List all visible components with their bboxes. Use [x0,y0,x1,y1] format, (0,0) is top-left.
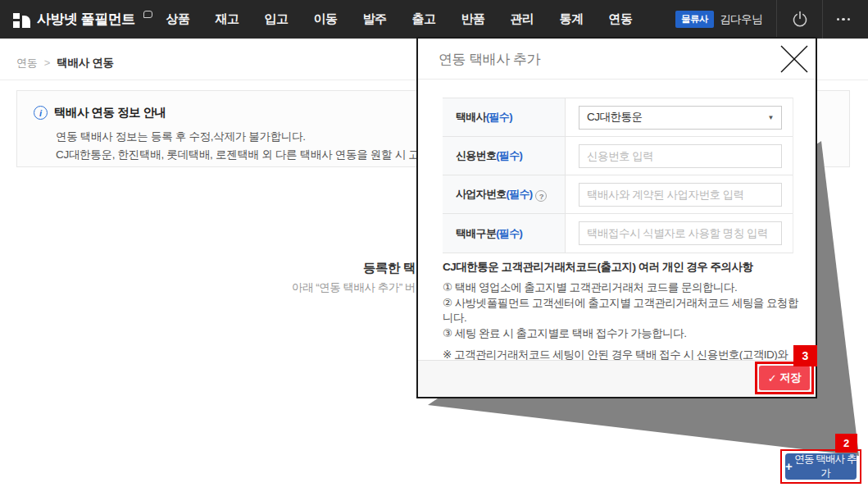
help-icon[interactable]: ? [535,190,547,202]
menu-item-returns[interactable]: 반품 [461,11,485,27]
modal-title: 연동 택배사 추가 [439,50,540,69]
courier-select[interactable]: CJ대한통운 ▼ [579,106,782,130]
required-mark: (필수) [486,111,512,123]
breadcrumb-root[interactable]: 연동 [16,57,37,69]
logo-icon [13,11,30,28]
check-icon: ✓ [768,372,776,385]
add-courier-modal: 연동 택배사 추가 택배사(필수) CJ대한통운 ▼ [416,37,817,398]
modal-notice: CJ대한통운 고객관리거래처코드(출고지) 여러 개인 경우 주의사항 ① 택배… [443,260,803,376]
logout-button[interactable] [777,0,822,39]
notice-step-1: ① 택배 영업소에 출고지별 고객관리거래처 코드를 문의합니다. [443,280,803,296]
role-badge: 물류사 [675,11,714,28]
plus-icon: + [785,459,792,473]
empty-state-title: 등록한 택 [363,260,416,277]
save-button[interactable]: ✓ 저장 [759,366,810,390]
nav-right: 물류사 김다우님 [675,0,868,39]
empty-state-hint: 아래 “연동 택배사 추가” 버 [292,280,416,295]
more-icon [837,18,851,21]
main-menu: 상품 재고 입고 이동 발주 출고 반품 관리 통계 연동 [166,0,633,39]
close-icon[interactable] [778,43,811,75]
user-name: 김다우님 [720,12,762,27]
business-number-label-cell: 사업자번호(필수)? [443,175,566,213]
field-label: 사업자번호 [456,188,507,200]
step-badge-2: 2 [835,434,857,453]
form-row-courier: 택배사(필수) CJ대한통운 ▼ [443,98,793,137]
business-number-input[interactable] [579,183,782,207]
modal-header: 연동 택배사 추가 [418,39,816,80]
field-label: 신용번호 [456,149,496,162]
save-annotation-outline: ✓ 저장 [755,362,814,394]
breadcrumb-current: 택배사 연동 [57,57,113,69]
breadcrumb: 연동 > 택배사 연동 [16,56,114,71]
menu-item-inbound[interactable]: 입고 [264,11,289,27]
info-box-title: 택배사 연동 정보 안내 [54,105,166,121]
menu-item-outbound[interactable]: 출고 [411,11,436,27]
notice-step-3: ③ 세팅 완료 시 출고지별로 택배 접수가 가능합니다. [443,326,803,342]
notice-step-2: ② 사방넷풀필먼트 고객센터에 출고지별 고객관리거래처코드 세팅을 요청합니다… [443,296,803,326]
menu-item-stats[interactable]: 통계 [559,11,584,27]
credit-number-input[interactable] [579,144,782,168]
courier-code-input[interactable] [579,221,782,245]
menu-item-move[interactable]: 이동 [313,11,338,27]
add-courier-button-label: 연동 택배사 추가 [794,453,857,480]
required-mark: (필수) [496,149,522,162]
form-row-courier-code: 택배구분(필수) [443,214,793,253]
notice-heading: CJ대한통운 고객관리거래처코드(출고지) 여러 개인 경우 주의사항 [443,260,803,275]
logo[interactable]: 사방넷 풀필먼트 [13,10,152,29]
modal-footer: ✓ 저장 [418,360,816,397]
more-menu-button[interactable] [823,0,868,39]
top-nav: 사방넷 풀필먼트 상품 재고 입고 이동 발주 출고 반품 관리 통계 연동 물… [0,0,868,39]
field-label: 택배사 [456,111,486,123]
required-mark: (필수) [496,227,522,239]
menu-item-products[interactable]: 상품 [166,11,190,27]
required-mark: (필수) [507,188,533,200]
courier-form: 택배사(필수) CJ대한통운 ▼ 신용번호(필수) [443,98,793,253]
dropdown-arrow-icon: ▼ [768,114,774,121]
add-courier-button[interactable]: + 연동 택배사 추가 [785,453,857,480]
courier-select-value: CJ대한통운 [587,110,643,125]
save-button-label: 저장 [779,371,801,385]
step-badge-3: 3 [793,345,817,366]
courier-label-cell: 택배사(필수) [443,98,566,136]
power-icon [790,10,810,30]
app-window: 사방넷 풀필먼트 상품 재고 입고 이동 발주 출고 반품 관리 통계 연동 물… [0,0,868,487]
logo-text: 사방넷 풀필먼트 [37,10,135,29]
menu-item-integration[interactable]: 연동 [608,11,633,27]
menu-item-manage[interactable]: 관리 [510,11,534,27]
field-label: 택배구분 [456,227,496,239]
info-icon: i [34,106,48,120]
credit-number-label-cell: 신용번호(필수) [443,137,566,175]
breadcrumb-separator: > [44,57,50,69]
form-row-credit-number: 신용번호(필수) [443,137,793,175]
menu-item-order[interactable]: 발주 [362,11,387,27]
logo-bubble-icon [143,11,152,18]
form-row-business-number: 사업자번호(필수)? [443,175,793,214]
courier-code-label-cell: 택배구분(필수) [443,214,566,253]
menu-item-inventory[interactable]: 재고 [215,11,239,27]
